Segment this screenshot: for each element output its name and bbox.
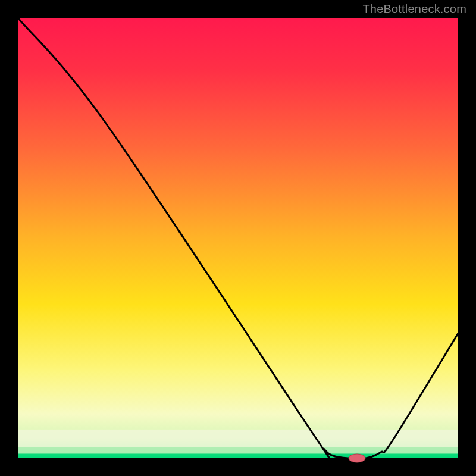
chart-frame: { "watermark": "TheBottleneck.com", "cha… (0, 0, 476, 476)
svg-rect-3 (18, 454, 458, 458)
svg-rect-1 (18, 430, 458, 447)
watermark-text: TheBottleneck.com (362, 2, 466, 16)
green-bands (18, 430, 458, 458)
gradient-background (18, 18, 458, 458)
optimal-point-marker (349, 454, 365, 462)
bottleneck-chart (0, 0, 476, 476)
svg-rect-2 (18, 447, 458, 454)
